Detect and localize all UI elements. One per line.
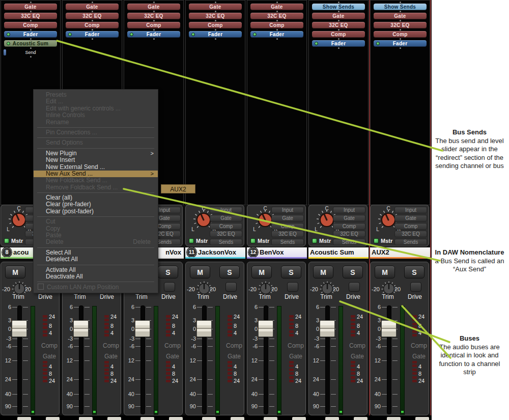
menu-item-deactivate-all[interactable]: Deactivate All	[34, 273, 158, 280]
insert-point-dot[interactable]	[400, 47, 401, 49]
insert-point-dot[interactable]	[153, 38, 155, 40]
io-button-input[interactable]: Input	[394, 207, 427, 213]
insert-point-dot[interactable]	[276, 20, 278, 21]
fader-handle[interactable]	[258, 320, 273, 337]
insert-point-dot[interactable]	[215, 11, 216, 12]
drive-button[interactable]	[349, 282, 360, 292]
io-button-input[interactable]: Input	[271, 207, 304, 213]
master-assign[interactable]: Mstr	[189, 238, 208, 244]
menu-item-clear-pre-fader[interactable]: Clear (pre-fader)	[34, 201, 158, 208]
menu-item-clear-all[interactable]: Clear (all)	[34, 194, 158, 201]
name-plate[interactable]: Acoustic Sum	[308, 247, 369, 259]
menu-item-new-aux-send[interactable]: New Aux Send ...>	[34, 171, 158, 177]
plugin-slot-gate[interactable]: Gate	[189, 4, 242, 10]
insert-point-dot[interactable]	[153, 29, 155, 31]
insert-point-dot[interactable]	[30, 2, 32, 3]
plugin-slot-comp[interactable]: Comp	[250, 22, 303, 29]
insert-point-dot[interactable]	[400, 29, 401, 31]
solo-button[interactable]: S	[281, 266, 301, 278]
fader-handle[interactable]	[73, 320, 89, 337]
fader-slot-button[interactable]: Fader	[250, 31, 303, 38]
menu-item-activate-all[interactable]: Activate All	[34, 267, 158, 273]
insert-point-dot[interactable]	[338, 29, 340, 31]
plugin-slot-32c-eq[interactable]: 32C EQ	[66, 13, 119, 19]
io-button-input[interactable]: Input	[210, 207, 242, 213]
insert-point-dot[interactable]	[338, 38, 340, 40]
io-button-comp[interactable]: Comp	[210, 223, 242, 230]
plugin-slot-comp[interactable]: Comp	[189, 22, 242, 29]
fader-slot-button[interactable]: Fader	[127, 31, 180, 38]
solo-button[interactable]: S	[158, 266, 178, 278]
insert-point-dot[interactable]	[400, 2, 401, 3]
io-button-32c-eq[interactable]: 32C EQ	[271, 231, 304, 237]
fader-handle[interactable]	[135, 320, 150, 337]
io-button-comp[interactable]: Comp	[333, 223, 365, 230]
insert-point-dot[interactable]	[30, 38, 32, 40]
plugin-slot-comp[interactable]: Comp	[312, 31, 365, 38]
plugin-slot-32c-eq[interactable]: 32C EQ	[312, 22, 365, 29]
plugin-slot-gate[interactable]: Gate	[127, 4, 180, 10]
name-plate[interactable]: 12BenVox	[247, 247, 307, 259]
plugin-slot-gate[interactable]: Gate	[374, 13, 427, 19]
mute-button[interactable]: M	[313, 266, 333, 278]
insert-point-dot[interactable]	[400, 20, 401, 21]
insert-point-dot[interactable]	[215, 38, 216, 40]
insert-point-dot[interactable]	[276, 2, 278, 3]
io-button-input[interactable]: Input	[333, 207, 365, 213]
processor-box[interactable]: Gate32C EQCompFader	[185, 0, 245, 205]
processor-box[interactable]: Show SendsGate32C EQCompFader	[370, 0, 430, 205]
io-button-sends[interactable]: Sends	[394, 239, 427, 245]
plugin-slot-gate[interactable]: Gate	[312, 13, 365, 19]
fader-handle[interactable]	[381, 320, 397, 337]
insert-point-dot[interactable]	[215, 29, 216, 31]
fader-slot-button[interactable]: Fader	[374, 40, 427, 47]
master-assign[interactable]: Mstr	[250, 238, 269, 244]
mute-button[interactable]: M	[251, 266, 272, 278]
io-button-32c-eq[interactable]: 32C EQ	[394, 231, 427, 237]
plugin-slot-gate[interactable]: Gate	[4, 4, 57, 10]
plugin-slot-32c-eq[interactable]: 32C EQ	[189, 13, 242, 19]
mute-button[interactable]: M	[375, 266, 395, 278]
insert-point-dot[interactable]	[215, 2, 216, 3]
name-plate[interactable]: AUX2	[370, 247, 430, 259]
menu-item-deselect-all[interactable]: Deselect All	[34, 256, 158, 263]
solo-button[interactable]: S	[343, 266, 363, 278]
plugin-slot-comp[interactable]: Comp	[127, 22, 180, 29]
master-assign[interactable]: Mstr	[374, 238, 392, 244]
io-button-gate[interactable]: Gate	[333, 215, 365, 221]
drive-button[interactable]	[410, 282, 421, 292]
show-sends-button[interactable]: Show Sends	[312, 4, 365, 10]
master-assign[interactable]: Mstr	[4, 238, 23, 244]
io-button-sends[interactable]: Sends	[271, 239, 304, 245]
insert-point-dot[interactable]	[215, 20, 216, 21]
io-button-32c-eq[interactable]: 32C EQ	[210, 231, 242, 237]
name-plate[interactable]: 11JacksonVox	[185, 247, 245, 259]
insert-point-dot[interactable]	[92, 20, 93, 21]
solo-button[interactable]: S	[404, 266, 425, 278]
io-button-gate[interactable]: Gate	[210, 215, 242, 221]
insert-point-dot[interactable]	[30, 56, 32, 58]
fader-handle[interactable]	[12, 320, 27, 337]
insert-point-dot[interactable]	[153, 11, 155, 12]
processor-box[interactable]: Show SendsGate32C EQCompFader	[308, 0, 369, 205]
plugin-slot-32c-eq[interactable]: 32C EQ	[250, 13, 303, 19]
insert-point-dot[interactable]	[92, 11, 93, 12]
plugin-slot-gate[interactable]: Gate	[66, 4, 119, 10]
plugin-slot-32c-eq[interactable]: 32C EQ	[4, 13, 57, 19]
solo-button[interactable]: S	[219, 266, 240, 278]
drive-button[interactable]	[287, 282, 298, 292]
insert-point-dot[interactable]	[153, 20, 155, 21]
menu-item-select-all[interactable]: Select All	[34, 249, 158, 256]
io-button-sends[interactable]: Sends	[333, 239, 365, 245]
io-button-gate[interactable]: Gate	[271, 215, 304, 221]
io-button-comp[interactable]: Comp	[271, 223, 304, 230]
plugin-slot-comp[interactable]: Comp	[4, 22, 57, 29]
menu-item-clear-post-fader[interactable]: Clear (post-fader)	[34, 208, 158, 215]
fader-slot-button[interactable]: Fader	[312, 40, 365, 47]
aux-send-slot-button[interactable]: Acoustic Sum	[4, 40, 57, 47]
insert-point-dot[interactable]	[30, 11, 32, 12]
insert-point-dot[interactable]	[92, 38, 93, 40]
plugin-slot-32c-eq[interactable]: 32C EQ	[127, 13, 180, 19]
plugin-slot-32c-eq[interactable]: 32C EQ	[374, 22, 427, 29]
drive-button[interactable]	[225, 282, 237, 292]
